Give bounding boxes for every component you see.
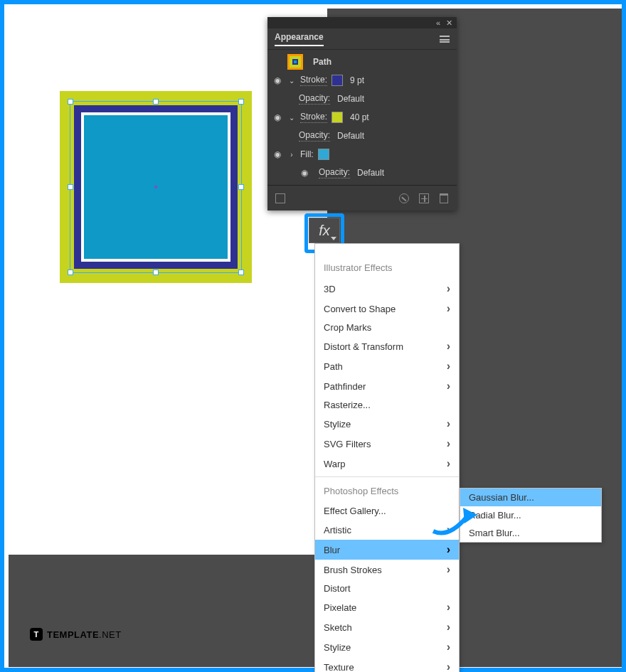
menu-item-effect-gallery[interactable]: Effect Gallery... <box>315 502 459 520</box>
opacity-value[interactable]: Default <box>357 168 384 178</box>
panel-menu-icon[interactable] <box>440 36 450 43</box>
appearance-row-opacity-1[interactable]: Opacity: Default <box>267 90 457 108</box>
visibility-toggle-icon[interactable]: ◉ <box>272 75 283 86</box>
menu-item-rasterize[interactable]: Rasterize... <box>315 396 459 414</box>
attr-label[interactable]: Opacity: <box>299 93 330 105</box>
menu-item-pathfinder[interactable]: Pathfinder <box>315 376 459 396</box>
effects-menu[interactable]: Illustrator Effects 3D Convert to Shape … <box>314 243 460 672</box>
target-label: Path <box>313 57 331 67</box>
submenu-item-smart-blur[interactable]: Smart Blur... <box>460 524 601 542</box>
expand-icon[interactable]: ⌄ <box>287 114 296 122</box>
menu-label: Rasterize... <box>324 400 371 410</box>
panel-collapse-icon[interactable]: « <box>436 18 440 27</box>
menu-label: Radial Blur... <box>469 510 521 521</box>
menu-divider <box>315 476 459 477</box>
submenu-arrow-icon <box>447 457 450 470</box>
expand-icon[interactable]: ⌄ <box>287 77 296 85</box>
menu-item-warp[interactable]: Warp <box>315 454 459 474</box>
stroke-swatch[interactable] <box>331 75 343 86</box>
menu-label: Warp <box>324 459 346 469</box>
attr-label[interactable]: Opacity: <box>299 130 330 142</box>
selected-artwork[interactable] <box>60 91 252 283</box>
menu-label: Artistic <box>324 525 351 535</box>
menu-label: Pixelate <box>324 602 356 613</box>
menu-item-artistic[interactable]: Artistic <box>315 520 459 540</box>
stroke-swatch[interactable] <box>331 112 343 123</box>
appearance-row-fill[interactable]: ◉ › Fill: <box>267 145 457 164</box>
appearance-row-stroke-1[interactable]: ◉ ⌄ Stroke: 9 pt <box>267 71 457 90</box>
menu-item-sketch[interactable]: Sketch <box>315 617 459 637</box>
fx-label: fx <box>319 223 330 239</box>
submenu-arrow-icon <box>447 621 450 634</box>
delete-icon[interactable] <box>437 191 451 206</box>
brand-suffix: .NET <box>99 629 122 640</box>
submenu-item-gaussian-blur[interactable]: Gaussian Blur... <box>460 489 601 506</box>
brand-mark-icon: T <box>30 628 43 641</box>
expand-icon[interactable]: › <box>287 151 296 159</box>
menu-item-crop-marks[interactable]: Crop Marks <box>315 319 459 336</box>
menu-item-svg-filters[interactable]: SVG Filters <box>315 434 459 454</box>
handle-tl[interactable] <box>68 99 73 105</box>
menu-item-stylize[interactable]: Stylize <box>315 414 459 434</box>
panel-body: Path ◉ ⌄ Stroke: 9 pt Opacity: Default ◉… <box>267 50 457 185</box>
handle-mr[interactable] <box>238 184 244 190</box>
submenu-arrow-icon <box>447 661 450 672</box>
fill-swatch[interactable] <box>318 149 329 160</box>
appearance-row-opacity-3[interactable]: ◉ Opacity: Default <box>267 164 457 182</box>
menu-label: Brush Strokes <box>324 565 382 575</box>
menu-label: 3D <box>324 284 336 294</box>
appearance-panel[interactable]: « ✕ Appearance Path ◉ ⌄ Stroke: 9 pt Opa… <box>267 17 457 210</box>
duplicate-icon[interactable] <box>417 191 431 206</box>
menu-item-distort[interactable]: Distort <box>315 580 459 597</box>
menu-item-texture[interactable]: Texture <box>315 657 459 672</box>
submenu-arrow-icon <box>447 360 450 373</box>
attr-label[interactable]: Fill: <box>300 149 314 159</box>
menu-item-distort-transform[interactable]: Distort & Transform <box>315 336 459 356</box>
stroke-weight[interactable]: 9 pt <box>350 75 364 85</box>
handle-br[interactable] <box>238 270 244 275</box>
handle-ml[interactable] <box>68 184 73 190</box>
handle-bl[interactable] <box>68 270 73 275</box>
attr-label[interactable]: Stroke: <box>300 75 327 86</box>
menu-item-brush-strokes[interactable]: Brush Strokes <box>315 560 459 580</box>
submenu-arrow-icon <box>447 601 450 614</box>
submenu-item-radial-blur[interactable]: Radial Blur... <box>460 506 601 524</box>
attr-label[interactable]: Opacity: <box>319 167 350 178</box>
submenu-arrow-icon <box>447 340 450 353</box>
menu-label: Convert to Shape <box>324 304 396 314</box>
menu-item-pixelate[interactable]: Pixelate <box>315 597 459 617</box>
appearance-row-opacity-2[interactable]: Opacity: Default <box>267 127 457 145</box>
menu-label: Blur <box>324 545 340 555</box>
handle-bm[interactable] <box>153 270 159 275</box>
menu-item-3d[interactable]: 3D <box>315 279 459 299</box>
appearance-row-stroke-2[interactable]: ◉ ⌄ Stroke: 40 pt <box>267 108 457 127</box>
handle-tr[interactable] <box>238 99 244 105</box>
selection-bounding-box[interactable] <box>70 101 242 273</box>
blur-submenu[interactable]: Gaussian Blur... Radial Blur... Smart Bl… <box>460 488 602 543</box>
visibility-toggle-icon[interactable]: ◉ <box>272 112 283 123</box>
menu-item-convert-to-shape[interactable]: Convert to Shape <box>315 299 459 319</box>
opacity-value[interactable]: Default <box>337 131 364 141</box>
stroke-weight[interactable]: 40 pt <box>350 112 369 122</box>
clear-appearance-icon[interactable] <box>397 191 411 206</box>
appearance-target-row[interactable]: Path <box>267 53 457 71</box>
menu-label: Stylize <box>324 419 351 430</box>
visibility-toggle-icon[interactable]: ◉ <box>272 149 283 160</box>
visibility-toggle-icon[interactable]: ◉ <box>299 167 310 178</box>
handle-tm[interactable] <box>153 99 159 105</box>
submenu-arrow-icon <box>447 523 450 536</box>
menu-item-blur[interactable]: Blur <box>315 540 459 560</box>
brand-name: TEMPLATE <box>47 629 99 640</box>
menu-label: SVG Filters <box>324 439 371 449</box>
add-effect-button[interactable]: fx <box>309 218 340 243</box>
add-stroke-icon[interactable] <box>273 191 287 206</box>
attr-label[interactable]: Stroke: <box>300 112 327 123</box>
opacity-value[interactable]: Default <box>337 94 364 104</box>
panel-title[interactable]: Appearance <box>275 32 324 46</box>
panel-close-icon[interactable]: ✕ <box>446 18 452 28</box>
selection-center[interactable] <box>154 186 157 188</box>
menu-item-path[interactable]: Path <box>315 356 459 376</box>
menu-label: Gaussian Blur... <box>469 492 534 503</box>
menu-item-stylize[interactable]: Stylize <box>315 637 459 657</box>
brand-watermark: T TEMPLATE.NET <box>30 628 122 641</box>
